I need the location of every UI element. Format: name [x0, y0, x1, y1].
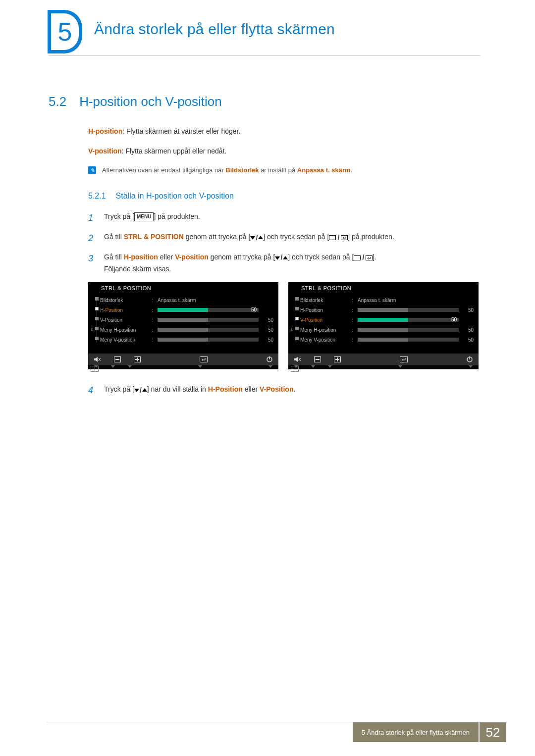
svg-rect-6 [354, 255, 361, 260]
chapter-number: 5 [51, 13, 79, 50]
step-3: 3 Gå till H-position eller V-position ge… [88, 252, 480, 275]
svg-marker-5 [283, 256, 288, 259]
footer: 5 Ändra storlek på eller flytta skärmen … [0, 722, 535, 742]
osd-panel-vposition: STRL & POSITION Bildstorlek: Anpassa t. … [288, 282, 479, 369]
divider [49, 55, 481, 56]
step-text: Tryck på [MENU] på produkten. [104, 211, 480, 225]
step-1: 1 Tryck på [MENU] på produkten. [88, 211, 480, 225]
speaker-mute-icon [294, 356, 301, 362]
svg-rect-7 [366, 255, 373, 260]
osd-button-bar [288, 353, 479, 365]
osd-sideline [93, 295, 100, 345]
osd-row-bildstorlek: Bildstorlek: Anpassa t. skärm [300, 295, 474, 305]
osd-row-hposition: H-Position: 50 [300, 305, 474, 315]
slider-bar [358, 338, 459, 342]
osd-row-menyh: Meny H-position: 50 [100, 325, 273, 335]
osd-dot-row [88, 365, 278, 369]
osd-row-vposition: V-Position: 50 [100, 315, 273, 325]
speaker-mute-icon [94, 356, 101, 362]
chapter-title: Ändra storlek på eller flytta skärmen [94, 21, 335, 38]
svg-marker-19 [294, 357, 298, 362]
svg-marker-31 [142, 388, 147, 392]
osd-title: STRL & POSITION [288, 282, 479, 293]
note: ✎ Alternativen ovan är endast tillgängli… [88, 166, 352, 174]
svg-rect-3 [341, 235, 348, 240]
hposition-term: H-position [88, 127, 122, 135]
subsection-number: 5.2.1 [88, 192, 106, 200]
svg-rect-27 [400, 357, 408, 362]
osd-row-hposition: H-Position: 50 [100, 305, 273, 315]
section-number: 5.2 [49, 94, 66, 109]
step-number: 3 [88, 252, 96, 275]
note-text: Alternativen ovan är endast tillgängliga… [102, 166, 352, 174]
osd-row-vposition: V-Position: 50 [300, 315, 474, 325]
footer-text: 5 Ändra storlek på eller flytta skärmen [353, 722, 479, 742]
down-up-icon: / [134, 386, 147, 394]
slider-bar [158, 318, 259, 322]
step-number: 1 [88, 211, 96, 225]
svg-marker-30 [134, 389, 139, 392]
rect-enter-icon: / [354, 252, 373, 263]
menu-button-label: MENU [134, 212, 154, 221]
step-number: 4 [88, 385, 96, 396]
osd-row-menyv: Meny V-position: 50 [100, 335, 273, 345]
note-icon: ✎ [88, 166, 96, 174]
section-title: H-position och V-position [79, 94, 222, 109]
plus-icon [334, 356, 341, 362]
svg-marker-4 [275, 256, 280, 260]
slider-bar: 50 [158, 308, 259, 312]
chapter-number-tab: 5 [48, 10, 82, 53]
page-number: 52 [480, 722, 506, 742]
slider-bar [158, 338, 259, 342]
step-text: Gå till STRL & POSITION genom att trycka… [104, 231, 480, 246]
down-up-icon: / [250, 232, 263, 243]
vposition-definition: V-position: Flytta skärmen uppåt eller n… [88, 147, 226, 156]
section-heading: 5.2H-position och V-position [49, 94, 222, 109]
enter-icon [200, 356, 208, 362]
enter-icon [400, 356, 408, 362]
minus-icon [114, 356, 121, 362]
power-icon [467, 356, 473, 362]
svg-marker-1 [258, 236, 263, 239]
power-icon [267, 356, 272, 362]
vposition-term: V-position [88, 147, 122, 155]
step-text: Tryck på [/] när du vill ställa in H-Pos… [104, 385, 295, 396]
subsection-heading: 5.2.1Ställa in H-position och V-position [88, 192, 234, 201]
svg-rect-16 [200, 357, 208, 362]
step-list: 1 Tryck på [MENU] på produkten. 2 Gå til… [88, 211, 480, 280]
osd-row: STRL & POSITION Bildstorlek: Anpassa t. … [88, 282, 479, 369]
osd-panel-hposition: STRL & POSITION Bildstorlek: Anpassa t. … [88, 282, 278, 369]
osd-row-bildstorlek: Bildstorlek: Anpassa t. skärm [100, 295, 273, 305]
osd-row-menyv: Meny V-position: 50 [300, 335, 474, 345]
minus-icon [314, 356, 321, 362]
rect-enter-icon: / [329, 232, 348, 243]
slider-bar [358, 328, 459, 332]
plus-icon [134, 356, 141, 362]
slider-bar [358, 308, 459, 312]
slider-bar: 50 [358, 318, 459, 322]
step-2: 2 Gå till STRL & POSITION genom att tryc… [88, 231, 480, 246]
osd-title: STRL & POSITION [88, 282, 278, 293]
step-text: Gå till H-position eller V-position geno… [104, 252, 480, 275]
osd-sideline [293, 295, 300, 345]
svg-marker-8 [94, 357, 98, 362]
step-number: 2 [88, 231, 96, 246]
svg-marker-0 [250, 236, 255, 240]
osd-button-bar [88, 353, 278, 365]
osd-dot-row [288, 365, 479, 369]
osd-row-menyh: Meny H-position: 50 [300, 325, 474, 335]
subsection-title: Ställa in H-position och V-position [116, 192, 234, 200]
svg-rect-2 [329, 235, 336, 240]
slider-bar [158, 328, 259, 332]
down-up-icon: / [275, 252, 288, 263]
hposition-definition: H-position: Flytta skärmen åt vänster el… [88, 127, 240, 137]
step-4: 4 Tryck på [/] när du vill ställa in H-P… [88, 385, 295, 396]
